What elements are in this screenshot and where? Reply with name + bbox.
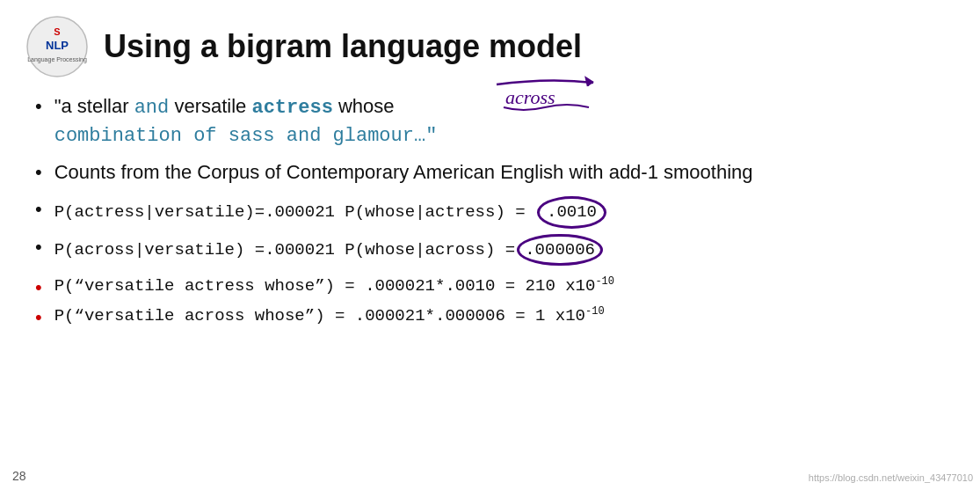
text-whose: whose <box>333 95 395 117</box>
prob2-main: P(across|versatile) =.000021 P(whose|acr… <box>54 240 516 260</box>
bullet-4-icon: • <box>35 236 42 259</box>
circled-000006: .000006 <box>517 234 603 267</box>
bullet-2-text: Counts from the Corpus of Contemporary A… <box>54 159 753 186</box>
word-actress: actress <box>251 97 332 119</box>
quote-start: "a stellar <box>54 95 134 117</box>
logo-icon: S NLP Language Processing <box>26 16 88 77</box>
word-and: and <box>134 97 170 119</box>
calc2-main: P(“versatile across whose”) = .000021*.0… <box>54 307 585 326</box>
bullet-item-2: • Counts from the Corpus of Contemporary… <box>35 159 945 186</box>
content-area: • "a stellar and versatile actress whose… <box>26 93 945 329</box>
bullet-1-text: "a stellar and versatile actress whose c… <box>54 93 438 149</box>
bullet-2-icon: • <box>35 161 42 184</box>
prob-1-text: P(actress|versatile)=.000021 P(whose|act… <box>54 196 606 229</box>
bullet-2-content: Counts from the Corpus of Contemporary A… <box>54 161 753 183</box>
line2-mono: combination of sass and glamour…" <box>54 125 438 147</box>
calc2-exp: -10 <box>585 305 605 318</box>
prob-line-2: • P(across|versatile) =.000021 P(whose|a… <box>35 234 945 267</box>
calc1-main: P(“versatile actress whose”) = .000021*.… <box>54 277 596 296</box>
bullet-6-icon: • <box>35 306 42 329</box>
bullet-1-icon: • <box>35 95 42 118</box>
svg-text:NLP: NLP <box>46 39 69 52</box>
calc-line-1: • P(“versatile actress whose”) = .000021… <box>35 274 945 299</box>
header: S NLP Language Processing Using a bigram… <box>26 16 945 77</box>
calc-line-2: • P(“versatile across whose”) = .000021*… <box>35 304 945 329</box>
prob-line-1: • P(actress|versatile)=.000021 P(whose|a… <box>35 196 945 229</box>
svg-text:S: S <box>54 26 60 37</box>
bullet-3-icon: • <box>35 198 42 221</box>
slide: S NLP Language Processing Using a bigram… <box>0 0 980 490</box>
watermark: https://blog.csdn.net/weixin_43477010 <box>809 472 973 483</box>
prob-calc-section: • P(“versatile actress whose”) = .000021… <box>35 274 945 329</box>
page-number: 28 <box>12 469 26 483</box>
slide-title: Using a bigram language model <box>104 29 582 64</box>
bullet-item-1: • "a stellar and versatile actress whose… <box>35 93 945 149</box>
svg-text:Language Processing: Language Processing <box>27 56 87 63</box>
prob1-main: P(actress|versatile)=.000021 P(whose|act… <box>54 202 535 222</box>
calc1-exp: -10 <box>595 275 614 288</box>
prob-2-text: P(across|versatile) =.000021 P(whose|acr… <box>54 234 603 267</box>
calc-2-text: P(“versatile across whose”) = .000021*.0… <box>54 304 605 328</box>
text-versatile: versatile <box>169 95 251 117</box>
calc-1-text: P(“versatile actress whose”) = .000021*.… <box>54 274 614 298</box>
circled-0010: .0010 <box>537 196 606 229</box>
bullet-5-icon: • <box>35 276 42 299</box>
